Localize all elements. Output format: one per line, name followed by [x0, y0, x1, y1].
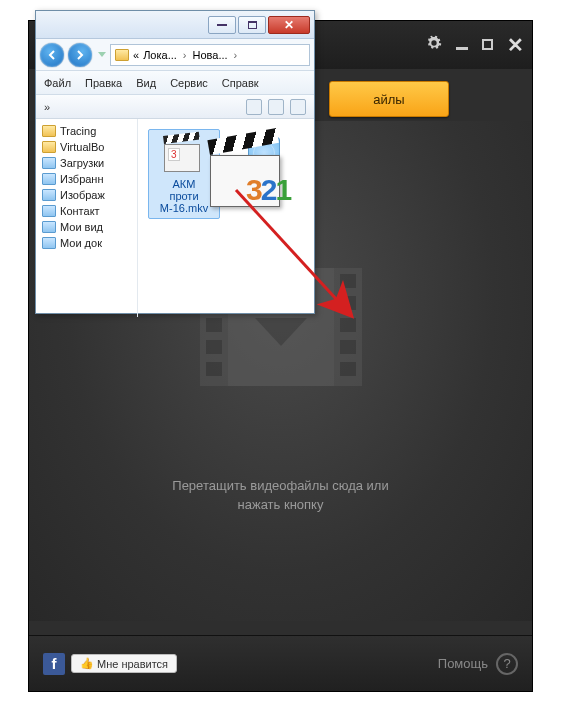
breadcrumb-part[interactable]: Нова... — [192, 49, 227, 61]
menu-view[interactable]: Вид — [136, 77, 156, 89]
tree-item[interactable]: Tracing — [36, 123, 137, 139]
pictures-icon — [42, 189, 56, 201]
folder-icon — [42, 125, 56, 137]
add-files-button[interactable]: айлы — [329, 81, 449, 117]
svg-rect-6 — [206, 340, 222, 354]
folder-tree[interactable]: Tracing VirtualBo Загрузки Избранн Изобр… — [36, 119, 138, 317]
explorer-menu: Файл Правка Вид Сервис Справк — [36, 71, 314, 95]
folder-icon — [42, 141, 56, 153]
tree-item[interactable]: Мои док — [36, 235, 137, 251]
tree-item[interactable]: Мои вид — [36, 219, 137, 235]
arrow-left-icon — [47, 50, 57, 60]
maximize-icon — [482, 39, 493, 50]
breadcrumb-sep: « — [133, 49, 139, 61]
menu-file[interactable]: Файл — [44, 77, 71, 89]
contacts-icon — [42, 205, 56, 217]
minimize-icon — [217, 24, 227, 26]
chevron-right-icon — [181, 49, 189, 61]
explorer-minimize-button[interactable] — [208, 16, 236, 34]
tree-item[interactable]: Загрузки — [36, 155, 137, 171]
explorer-titlebar[interactable]: ✕ — [36, 11, 314, 39]
svg-rect-7 — [206, 362, 222, 376]
downloads-icon — [42, 157, 56, 169]
drop-hint: Перетащить видеофайлы сюда или нажать кн… — [172, 476, 388, 515]
help-icon: ? — [496, 653, 518, 675]
maximize-icon — [248, 21, 257, 29]
explorer-toolbar: » — [36, 95, 314, 119]
explorer-window: ✕ « Лока... Нова... Файл Правка Вид Серв… — [35, 10, 315, 314]
svg-rect-8 — [340, 274, 356, 288]
facebook-icon[interactable]: f — [43, 653, 65, 675]
maximize-button[interactable] — [482, 36, 493, 54]
videos-icon — [42, 221, 56, 233]
drop-hint-line1: Перетащить видеофайлы сюда или — [172, 476, 388, 496]
bottom-bar: f 👍 Мне нравится Помощь ? — [29, 635, 532, 691]
help-icon[interactable] — [290, 99, 306, 115]
tree-item[interactable]: VirtualBo — [36, 139, 137, 155]
explorer-maximize-button[interactable] — [238, 16, 266, 34]
close-button[interactable]: ✕ — [507, 33, 524, 57]
help-group[interactable]: Помощь ? — [438, 653, 518, 675]
documents-icon — [42, 237, 56, 249]
menu-service[interactable]: Сервис — [170, 77, 208, 89]
svg-rect-11 — [340, 340, 356, 354]
svg-rect-5 — [206, 318, 222, 332]
nav-forward-button[interactable] — [68, 43, 92, 67]
menu-help[interactable]: Справк — [222, 77, 259, 89]
svg-rect-9 — [340, 296, 356, 310]
nav-back-button[interactable] — [40, 43, 64, 67]
minimize-icon — [456, 47, 468, 50]
close-icon: ✕ — [284, 18, 294, 32]
file-item-html[interactable]: Как — [228, 129, 300, 189]
social-group: f 👍 Мне нравится — [43, 653, 177, 675]
drop-hint-line2: нажать кнопку — [172, 495, 388, 515]
explorer-nav: « Лока... Нова... — [36, 39, 314, 71]
file-list[interactable]: АКМ проти М-16.mkv Как — [138, 119, 314, 317]
view-mode-icon[interactable] — [246, 99, 262, 115]
add-files-label: айлы — [373, 92, 404, 107]
video-file-icon — [164, 134, 204, 174]
file-item-video[interactable]: АКМ проти М-16.mkv — [148, 129, 220, 219]
breadcrumb-part[interactable]: Лока... — [143, 49, 177, 61]
favorites-icon — [42, 173, 56, 185]
gear-icon — [426, 35, 442, 51]
explorer-close-button[interactable]: ✕ — [268, 16, 310, 34]
thumb-icon: 👍 — [80, 657, 94, 670]
breadcrumb-bar[interactable]: « Лока... Нова... — [110, 44, 310, 66]
toolbar-more[interactable]: » — [44, 101, 50, 113]
arrow-right-icon — [75, 50, 85, 60]
tree-item[interactable]: Избранн — [36, 171, 137, 187]
folder-icon — [115, 49, 129, 61]
svg-rect-12 — [340, 362, 356, 376]
nav-dropdown-icon[interactable] — [98, 52, 106, 57]
svg-rect-10 — [340, 318, 356, 332]
preview-pane-icon[interactable] — [268, 99, 284, 115]
chevron-right-icon — [232, 49, 240, 61]
menu-edit[interactable]: Правка — [85, 77, 122, 89]
minimize-button[interactable] — [456, 36, 468, 54]
tree-item[interactable]: Изображ — [36, 187, 137, 203]
explorer-body: Tracing VirtualBo Загрузки Избранн Изобр… — [36, 119, 314, 317]
tree-item[interactable]: Контакт — [36, 203, 137, 219]
like-label: Мне нравится — [97, 658, 168, 670]
html-file-icon — [248, 137, 280, 169]
help-label: Помощь — [438, 656, 488, 671]
like-button[interactable]: 👍 Мне нравится — [71, 654, 177, 673]
settings-button[interactable] — [426, 35, 442, 55]
